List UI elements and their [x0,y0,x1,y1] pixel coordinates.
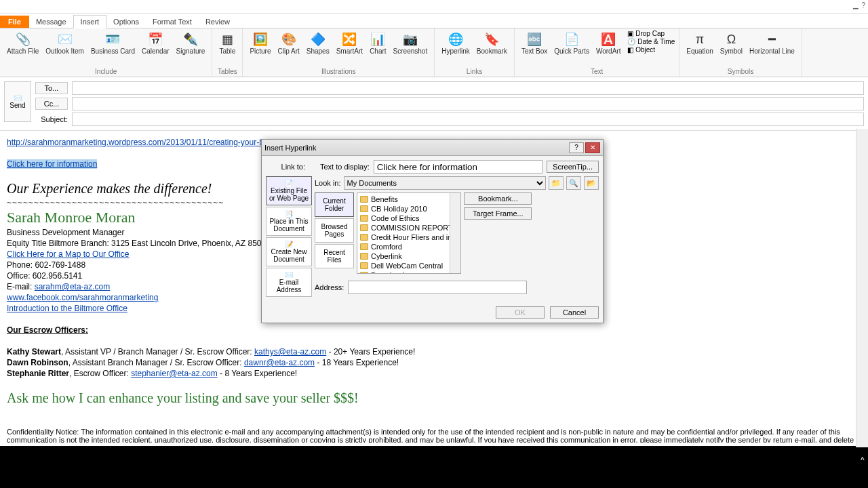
signature-button[interactable]: ✒️Signature [174,30,208,56]
file-item[interactable]: Code of Ethics [359,214,459,223]
current-folder-tab[interactable]: Current Folder [315,192,354,217]
shapes-icon: 🔷 [310,31,326,47]
screenshot-button[interactable]: 📷Screenshot [391,30,431,56]
linkto-email[interactable]: ✉️E-mail Address [266,268,312,297]
to-input[interactable] [72,81,864,95]
group-links-label: Links [467,66,482,77]
table-button[interactable]: ▦Table [216,30,238,56]
tab-insert[interactable]: Insert [73,15,107,28]
compose-header: ✉️ Send To... Cc... Subject: [0,77,868,131]
kathy-email-link[interactable]: kathys@eta-az.com [254,347,326,357]
tab-options[interactable]: Options [106,16,146,28]
linkto-existing[interactable]: 📄Existing File or Web Page [266,176,312,205]
group-symbols-label: Symbols [728,66,753,77]
table-icon: ▦ [219,31,235,47]
send-button[interactable]: ✉️ Send [4,81,31,122]
tab-message[interactable]: Message [29,16,73,28]
subject-input[interactable] [72,113,864,126]
screentip-button[interactable]: ScreenTip... [547,161,599,173]
office-label: Office: [7,271,30,281]
map-link[interactable]: Click Here for a Map to Our Office [7,249,130,259]
body-scrollbar[interactable] [856,129,868,447]
steph-email-link[interactable]: stephanier@eta-az.com [131,369,218,378]
calendar-icon: 📅 [147,31,163,47]
hline-icon: ━ [764,31,780,47]
browse-web-button[interactable]: 🔍 [566,176,581,190]
dialog-bookmark-button[interactable]: Bookmark... [464,192,532,205]
ribbon: 📎Attach File ✉️Outlook Item 🪪Business Ca… [0,28,868,77]
to-button[interactable]: To... [35,82,68,94]
file-icon: 📄 [268,180,310,187]
caret-icon: ^ [861,455,865,465]
bookmark-button[interactable]: 🔖Bookmark [474,30,510,56]
hline-button[interactable]: ━Horizontal Line [747,30,797,56]
attach-file-button[interactable]: 📎Attach File [4,30,41,56]
help-icon[interactable]: ? [861,1,865,9]
wordart-button[interactable]: 🅰️WordArt [593,30,624,56]
equation-button[interactable]: πEquation [684,30,715,56]
clipart-icon: 🎨 [281,31,297,47]
linkto-place[interactable]: 📑Place in This Document [266,207,312,236]
shapes-button[interactable]: 🔷Shapes [304,30,332,56]
cc-input[interactable] [72,97,864,110]
click-info-link[interactable]: Click here for information [7,159,97,169]
steph-name: Stephanie Ritter [7,369,69,378]
quickparts-button[interactable]: 📄Quick Parts [551,30,592,56]
picture-button[interactable]: 🖼️Picture [247,30,273,56]
file-item[interactable]: COMMISSION REPORTS [359,223,459,232]
business-card-button[interactable]: 🪪Business Card [88,30,138,56]
facebook-link[interactable]: www.facebook.com/sarahmoranmarketing [7,293,158,302]
file-item[interactable]: Cyberlink [359,251,459,261]
file-item[interactable]: Credit Hour Fliers and info [359,232,459,242]
lookin-select[interactable]: My Documents [344,176,546,190]
outlook-item-button[interactable]: ✉️Outlook Item [43,30,87,56]
tab-format-text[interactable]: Format Text [146,16,199,28]
officers-header: Our Escrow Officers: [7,325,88,335]
ask-tagline: Ask me how I can enhance your listing an… [7,390,861,406]
screenshot-icon: 📷 [402,31,418,47]
tab-file[interactable]: File [0,16,29,28]
cc-button[interactable]: Cc... [35,98,68,110]
text-display-input[interactable] [374,160,542,174]
target-frame-button[interactable]: Target Frame... [464,207,532,220]
file-item[interactable]: CB Holiday 2010 [359,204,459,214]
dialog-close-button[interactable]: ✕ [585,142,600,153]
calendar-button[interactable]: 📅Calendar [139,30,172,56]
object-button[interactable]: ◧ Object [627,46,675,54]
chart-icon: 📊 [370,31,386,47]
folder-icon [360,272,368,274]
file-item[interactable]: Downloads [359,270,459,274]
file-item[interactable]: Cromford [359,242,459,251]
dropcap-button[interactable]: ▣ Drop Cap [627,30,675,37]
address-input[interactable] [348,281,527,294]
up-folder-button[interactable]: 📁 [549,176,564,190]
textbox-button[interactable]: 🔤Text Box [519,30,550,56]
intro-link[interactable]: Introduction to the Biltmore Office [7,304,127,313]
file-item[interactable]: Benefits [359,195,459,204]
paperclip-icon: 📎 [15,31,31,47]
ok-button[interactable]: OK [496,306,545,319]
confidentiality-notice: Confidentiality Notice: The information … [7,428,861,443]
cancel-button[interactable]: Cancel [550,306,599,319]
linkto-create[interactable]: 📝Create New Document [266,237,312,266]
datetime-button[interactable]: 🕐 Date & Time [627,38,675,45]
minimize-icon[interactable]: ▁ [853,1,859,9]
file-item[interactable]: Dell WebCam Central [359,261,459,270]
file-list-scrollbar[interactable] [450,193,460,273]
clipart-button[interactable]: 🎨Clip Art [275,30,302,56]
quickparts-icon: 📄 [564,31,580,47]
symbol-button[interactable]: ΩSymbol [717,30,745,56]
hyperlink-button[interactable]: 🌐Hyperlink [439,30,473,56]
dialog-help-button[interactable]: ? [569,142,584,153]
email-link[interactable]: sarahm@eta-az.com [35,282,111,291]
tab-review[interactable]: Review [199,16,237,28]
dawn-email-link[interactable]: dawnr@eta-az.com [244,358,315,367]
group-tables-label: Tables [218,66,237,77]
recent-files-tab[interactable]: Recent Files [315,244,354,268]
chart-button[interactable]: 📊Chart [367,30,389,56]
lookin-label: Look in: [315,179,341,187]
smartart-button[interactable]: 🔀SmartArt [334,30,366,56]
browse-file-button[interactable]: 📂 [584,176,599,190]
browsed-pages-tab[interactable]: Browsed Pages [315,218,354,243]
file-list[interactable]: BenefitsCB Holiday 2010Code of EthicsCOM… [357,192,461,274]
